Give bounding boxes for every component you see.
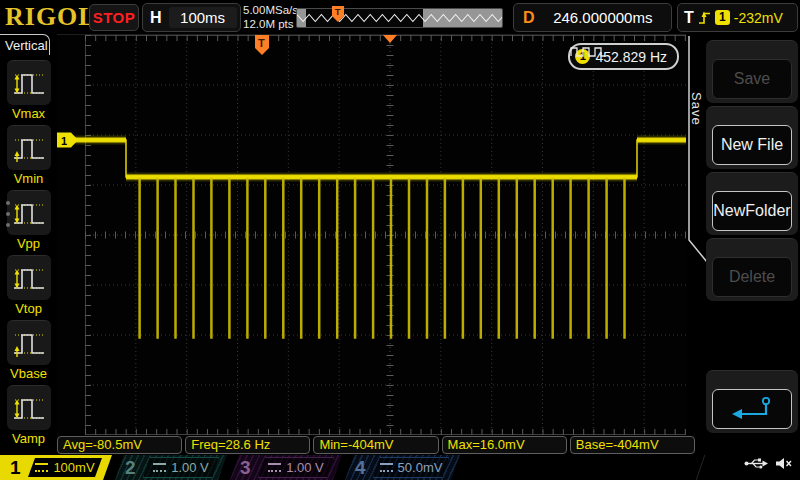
trigger-level-value: -232mV [734, 10, 783, 26]
coupling-icon [380, 463, 393, 472]
menu-page-dots [6, 201, 10, 234]
squarewave-icon [570, 45, 606, 58]
vtop-measure-icon[interactable] [7, 255, 51, 300]
channel-2-scale: 1.00 V [171, 460, 209, 475]
measure-menu: Vertical Vmax Vmin Vpp Vtop Vbase Vamp [0, 34, 57, 435]
rising-edge-icon [698, 9, 711, 26]
memory-position-strip[interactable] [296, 8, 503, 28]
channel-1-status[interactable]: 1 100mV [0, 455, 112, 480]
acquisition-info: 5.00MSa/s 12.0M pts [243, 3, 297, 31]
vpp-measure-icon[interactable] [7, 190, 51, 235]
vmax-label[interactable]: Vmax [0, 106, 57, 121]
rigol-logo: RIGOL [5, 2, 97, 32]
measurement-bar: Avg=-80.5mV Freq=28.6 Hz Min=-404mV Max=… [57, 436, 695, 454]
back-button[interactable] [712, 389, 792, 429]
menu-tab-label: Save [689, 92, 704, 126]
freq-counter: 1 452.829 Hz [568, 43, 679, 70]
horizontal-label: H [150, 9, 162, 27]
vbase-measure-icon[interactable] [7, 320, 51, 365]
channel-3-scale: 1.00 V [286, 460, 324, 475]
measurement-min[interactable]: Min=-404mV [313, 436, 438, 454]
horizontal-timebase-box[interactable]: H 100ms [142, 3, 241, 32]
trigger-status-box[interactable]: T 1 -232mV [677, 3, 798, 32]
delay-value: 246.000000ms [535, 9, 671, 26]
save-button[interactable]: Save [712, 59, 792, 99]
delay-label: D [523, 9, 535, 27]
return-arrow-icon [728, 394, 776, 424]
coupling-icon [35, 463, 48, 472]
graticule-svg: 1TT [57, 35, 703, 435]
waveform-display[interactable]: 1TT 1 452.829 Hz [57, 35, 695, 435]
coupling-icon [153, 463, 166, 472]
vmax-measure-icon[interactable] [7, 60, 51, 105]
new-folder-button[interactable]: NewFolder [712, 191, 792, 231]
channel-2-status[interactable]: 2 1.00 V [115, 455, 227, 480]
channel-status-bar: 1 100mV 2 1.00 V 3 1.00 V 4 50.0mV [0, 455, 800, 480]
measurement-base[interactable]: Base=-404mV [570, 436, 695, 454]
measure-menu-title: Vertical [0, 34, 50, 55]
channel-1-number: 1 [10, 457, 24, 479]
vtop-label[interactable]: Vtop [0, 301, 57, 316]
channel-4-scale: 50.0mV [398, 460, 443, 475]
vbase-label[interactable]: Vbase [0, 366, 57, 381]
memory-waveform-preview [297, 9, 502, 27]
measurement-freq[interactable]: Freq=28.6 Hz [185, 436, 310, 454]
vmin-measure-icon[interactable] [7, 125, 51, 170]
vmin-label[interactable]: Vmin [0, 171, 57, 186]
coupling-icon [268, 463, 281, 472]
delay-box[interactable]: D 246.000000ms [513, 3, 672, 32]
menu-slot: NewFolder [706, 172, 798, 235]
vamp-label[interactable]: Vamp [0, 431, 57, 446]
memory-depth: 12.0M pts [243, 17, 297, 31]
new-file-button[interactable]: New File [712, 125, 792, 165]
run-stop-status[interactable]: STOP [89, 4, 139, 31]
channel-3-status[interactable]: 3 1.00 V [230, 455, 342, 480]
measurement-avg[interactable]: Avg=-80.5mV [57, 436, 182, 454]
menu-slot: Save [706, 40, 798, 103]
divider [696, 455, 706, 480]
channel-2-number: 2 [125, 457, 139, 479]
speaker-muted-icon [775, 457, 793, 470]
menu-slot: New File [706, 106, 798, 169]
trigger-position-flag-small[interactable]: T [331, 5, 345, 23]
timebase-value: 100ms [169, 7, 237, 28]
menu-slot: Delete [706, 238, 798, 301]
save-menu: Save Save New File NewFolder Delete [686, 34, 800, 435]
svg-text:T: T [335, 6, 341, 17]
channel-4-status[interactable]: 4 50.0mV [345, 455, 460, 480]
vamp-measure-icon[interactable] [7, 385, 51, 430]
sample-rate: 5.00MSa/s [243, 3, 297, 17]
usb-icon [744, 457, 768, 470]
channel-3-number: 3 [240, 457, 254, 479]
trigger-label: T [684, 9, 694, 27]
svg-text:T: T [258, 37, 265, 49]
channel-4-number: 4 [355, 457, 369, 479]
menu-slot [706, 370, 798, 433]
top-status-bar: RIGOL STOP H 100ms 5.00MSa/s 12.0M pts T… [0, 0, 800, 35]
channel-1-scale: 100mV [53, 460, 94, 475]
trigger-source-badge: 1 [715, 10, 730, 25]
svg-text:1: 1 [61, 135, 67, 147]
measurement-max[interactable]: Max=16.0mV [442, 436, 567, 454]
delete-button[interactable]: Delete [712, 257, 792, 297]
vpp-label[interactable]: Vpp [0, 236, 57, 251]
